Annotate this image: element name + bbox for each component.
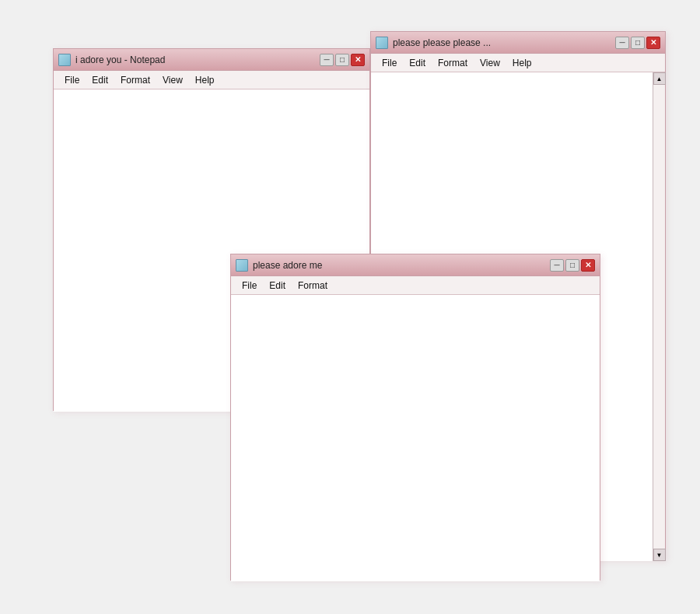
- title-bar-buttons-3: ─ □ ✕: [550, 259, 595, 272]
- notepad-icon-2: [376, 37, 388, 49]
- menu-file-2[interactable]: File: [376, 56, 403, 70]
- notepad-icon-1: [58, 54, 71, 66]
- window-title-1: i adore you - Notepad: [75, 54, 165, 65]
- scroll-down-2[interactable]: ▼: [653, 549, 666, 561]
- menu-file-3[interactable]: File: [236, 279, 263, 293]
- title-bar-buttons-1: ─ □ ✕: [320, 54, 365, 66]
- menu-help-1[interactable]: Help: [189, 73, 221, 87]
- menu-edit-1[interactable]: Edit: [86, 73, 114, 87]
- title-bar-left-1: i adore you - Notepad: [58, 54, 165, 66]
- title-bar-3: please adore me ─ □ ✕: [231, 254, 600, 276]
- window-title-3: please adore me: [253, 260, 322, 271]
- close-button-1[interactable]: ✕: [351, 54, 365, 66]
- window-please-adore-me[interactable]: please adore me ─ □ ✕ File Edit Format: [230, 254, 600, 581]
- maximize-button-3[interactable]: □: [565, 259, 579, 272]
- close-button-3[interactable]: ✕: [581, 259, 595, 272]
- menu-view-1[interactable]: View: [156, 73, 189, 87]
- menu-bar-1: File Edit Format View Help: [54, 71, 369, 89]
- minimize-button-2[interactable]: ─: [615, 37, 629, 49]
- scrollbar-vertical-2[interactable]: ▲ ▼: [653, 72, 665, 561]
- menu-bar-2: File Edit Format View Help: [371, 54, 665, 72]
- window-title-2: please please please ...: [393, 37, 491, 48]
- window-body-3: [231, 295, 600, 581]
- title-bar-1: i adore you - Notepad ─ □ ✕: [54, 49, 369, 71]
- menu-format-1[interactable]: Format: [114, 73, 156, 87]
- notepad-icon-3: [236, 259, 248, 272]
- menu-help-2[interactable]: Help: [506, 56, 538, 70]
- menu-view-2[interactable]: View: [474, 56, 506, 70]
- menu-bar-3: File Edit Format: [231, 276, 600, 295]
- menu-edit-2[interactable]: Edit: [403, 56, 432, 70]
- scroll-track-2: [653, 85, 665, 549]
- minimize-button-3[interactable]: ─: [550, 259, 564, 272]
- text-editor-3[interactable]: [231, 295, 600, 581]
- minimize-button-1[interactable]: ─: [320, 54, 334, 66]
- menu-edit-3[interactable]: Edit: [263, 279, 292, 293]
- maximize-button-1[interactable]: □: [335, 54, 349, 66]
- title-bar-2: please please please ... ─ □ ✕: [371, 32, 665, 54]
- menu-format-3[interactable]: Format: [292, 279, 334, 293]
- menu-format-2[interactable]: Format: [432, 56, 474, 70]
- close-button-2[interactable]: ✕: [646, 37, 660, 49]
- maximize-button-2[interactable]: □: [631, 37, 645, 49]
- title-bar-left-3: please adore me: [236, 259, 322, 272]
- menu-file-1[interactable]: File: [58, 73, 86, 87]
- scroll-up-2[interactable]: ▲: [653, 72, 666, 85]
- title-bar-left-2: please please please ...: [376, 37, 491, 49]
- title-bar-buttons-2: ─ □ ✕: [615, 37, 660, 49]
